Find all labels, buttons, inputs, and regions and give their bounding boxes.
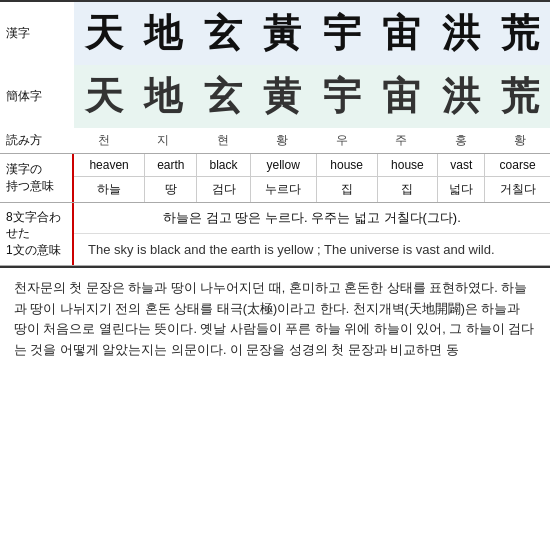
men-5: house — [377, 154, 438, 177]
men-0: heaven — [74, 154, 145, 177]
simp-荒: 荒 — [490, 65, 550, 128]
read-3: 황 — [252, 128, 312, 153]
meaning-table: heaven earth black yellow house house va… — [74, 154, 550, 202]
men-7: coarse — [485, 154, 550, 177]
main-container: 漢字 天 地 玄 黃 宇 宙 洪 荒 簡体字 天 地 玄 黄 宇 宙 洪 荒 — [0, 0, 550, 370]
read-4: 우 — [312, 128, 372, 153]
main-table: 漢字 天 地 玄 黃 宇 宙 洪 荒 簡体字 天 地 玄 黄 宇 宙 洪 荒 — [0, 0, 550, 153]
meaning-kr-row: 하늘 땅 검다 누르다 집 집 넓다 거칠다 — [74, 176, 550, 202]
char-黃: 黃 — [252, 1, 312, 65]
sentence-en: The sky is black and the earth is yellow… — [74, 234, 550, 265]
char-荒: 荒 — [490, 1, 550, 65]
paragraph-text: 천자문의 첫 문장은 하늘과 땅이 나누어지던 때, 혼미하고 혼돈한 상태를 … — [14, 278, 536, 361]
meaning-label: 漢字の持つ意味 — [0, 154, 72, 202]
simplified-label: 簡体字 — [0, 65, 74, 128]
men-6: vast — [438, 154, 485, 177]
sentence-jp: 하늘은 검고 땅은 누르다. 우주는 넓고 거칠다(그다). — [74, 203, 550, 234]
mkr-2: 검다 — [197, 176, 250, 202]
read-6: 홍 — [431, 128, 491, 153]
kanji-row: 漢字 天 地 玄 黃 宇 宙 洪 荒 — [0, 1, 550, 65]
char-洪: 洪 — [431, 1, 491, 65]
simp-宙: 宙 — [371, 65, 431, 128]
simp-洪: 洪 — [431, 65, 491, 128]
read-0: 천 — [74, 128, 134, 153]
men-2: black — [197, 154, 250, 177]
mkr-1: 땅 — [145, 176, 197, 202]
simp-地: 地 — [133, 65, 193, 128]
simp-宇: 宇 — [312, 65, 372, 128]
mkr-0: 하늘 — [74, 176, 145, 202]
simp-黄: 黄 — [252, 65, 312, 128]
meaning-section: 漢字の持つ意味 heaven earth black yellow house … — [0, 153, 550, 203]
simp-天: 天 — [74, 65, 134, 128]
paragraph-section: 천자문의 첫 문장은 하늘과 땅이 나누어지던 때, 혼미하고 혼돈한 상태를 … — [0, 266, 550, 371]
reading-label: 読み方 — [0, 128, 74, 153]
read-7: 황 — [490, 128, 550, 153]
meaning-content: heaven earth black yellow house house va… — [72, 154, 550, 202]
reading-row: 読み方 천 지 현 황 우 주 홍 황 — [0, 128, 550, 153]
mkr-3: 누르다 — [250, 176, 316, 202]
mkr-7: 거칠다 — [485, 176, 550, 202]
kanji-label: 漢字 — [0, 1, 74, 65]
char-地: 地 — [133, 1, 193, 65]
men-3: yellow — [250, 154, 316, 177]
combined-section: 8文字合わせた1文の意味 하늘은 검고 땅은 누르다. 우주는 넓고 거칠다(그… — [0, 203, 550, 266]
mkr-6: 넓다 — [438, 176, 485, 202]
meaning-en-row: heaven earth black yellow house house va… — [74, 154, 550, 177]
simplified-row: 簡体字 天 地 玄 黄 宇 宙 洪 荒 — [0, 65, 550, 128]
men-1: earth — [145, 154, 197, 177]
mkr-5: 집 — [377, 176, 438, 202]
read-5: 주 — [371, 128, 431, 153]
simp-玄: 玄 — [193, 65, 253, 128]
char-天: 天 — [74, 1, 134, 65]
combined-label: 8文字合わせた1文の意味 — [0, 203, 72, 265]
mkr-4: 집 — [316, 176, 377, 202]
combined-content: 하늘은 검고 땅은 누르다. 우주는 넓고 거칠다(그다). The sky i… — [72, 203, 550, 265]
char-玄: 玄 — [193, 1, 253, 65]
read-1: 지 — [133, 128, 193, 153]
read-2: 현 — [193, 128, 253, 153]
char-宇: 宇 — [312, 1, 372, 65]
char-宙: 宙 — [371, 1, 431, 65]
men-4: house — [316, 154, 377, 177]
